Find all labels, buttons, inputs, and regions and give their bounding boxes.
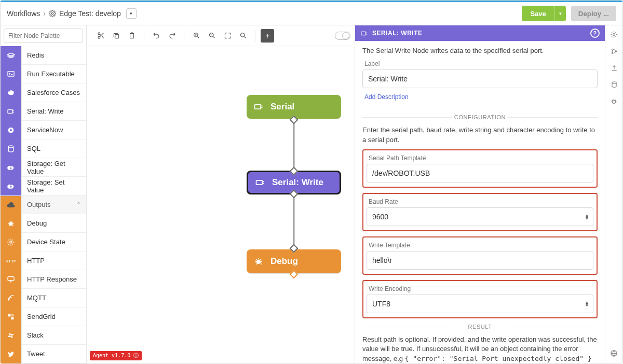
debug-icon — [1, 214, 21, 233]
palette-item-sendgrid[interactable]: SendGrid — [22, 307, 86, 326]
node-serial-write[interactable]: Serial: Write — [247, 171, 341, 194]
run-executable-icon — [1, 65, 21, 83]
palette-item-http-response[interactable]: HTTP Response — [22, 270, 86, 289]
baud-rate-select[interactable] — [367, 207, 593, 226]
cut-button[interactable] — [94, 29, 107, 43]
write-encoding-select[interactable] — [367, 295, 593, 313]
breadcrumb-dropdown[interactable]: ▾ — [126, 8, 137, 19]
node-label: Serial: Write — [272, 177, 323, 188]
device-state-icon — [1, 233, 21, 251]
svg-rect-2 — [8, 110, 12, 114]
debug-tab-icon[interactable] — [610, 97, 618, 105]
palette-item-http[interactable]: HTTP — [22, 251, 86, 270]
snap-toggle[interactable] — [335, 32, 350, 40]
palette-item-storage-get[interactable]: Storage: Get Value — [22, 158, 86, 177]
svg-point-21 — [256, 260, 261, 264]
svg-point-18 — [240, 33, 245, 37]
slack-icon — [1, 326, 21, 345]
svg-point-24 — [612, 49, 613, 50]
baud-rate-label: Baud Rate — [369, 198, 593, 205]
save-dropdown[interactable]: ▾ — [554, 6, 566, 21]
serial-write-icon — [360, 30, 368, 37]
node-serial[interactable]: Serial — [247, 95, 341, 119]
svg-point-28 — [612, 100, 615, 103]
find-button[interactable] — [236, 29, 250, 43]
inspector-description: The Serial Write Node writes data to the… — [362, 46, 598, 56]
configuration-intro: Enter the serial path, baud rate, write … — [362, 125, 598, 145]
globe-tab-icon[interactable] — [610, 349, 618, 357]
serial-write-node-icon — [248, 177, 272, 188]
breadcrumb-separator: › — [43, 9, 46, 18]
node-output-port[interactable] — [290, 270, 299, 279]
redo-button[interactable] — [165, 29, 179, 43]
node-input-port[interactable] — [290, 167, 299, 176]
palette-item-redis[interactable]: Redis — [22, 46, 86, 65]
add-description-link[interactable]: Add Description — [364, 93, 409, 101]
paste-button[interactable] — [125, 29, 139, 43]
write-encoding-label: Write Encoding — [369, 285, 593, 292]
result-intro: Result path is optional. If provided, an… — [362, 335, 598, 363]
node-label: Debug — [270, 256, 298, 267]
node-input-port[interactable] — [290, 244, 299, 253]
palette-item-servicenow[interactable]: ServiceNow — [22, 121, 86, 139]
palette-item-tweet[interactable]: Tweet — [22, 345, 86, 363]
svg-rect-8 — [8, 314, 11, 317]
serial-node-icon — [247, 102, 270, 112]
result-section-title: RESULT — [362, 324, 598, 330]
fit-view-button[interactable] — [221, 29, 234, 43]
settings-tab-icon[interactable] — [610, 31, 618, 38]
palette-section-outputs[interactable]: Outputs ⌃ — [22, 195, 86, 214]
svg-rect-19 — [255, 105, 261, 109]
svg-rect-10 — [11, 314, 14, 317]
help-button[interactable]: ? — [590, 29, 600, 38]
write-template-input[interactable] — [367, 251, 593, 270]
add-node-button[interactable]: ＋ — [261, 29, 274, 43]
inspector-panel: SERIAL: WRITE ? The Serial Write Node wr… — [355, 25, 605, 363]
serial-path-input[interactable] — [367, 164, 593, 183]
deploy-button[interactable]: Deploy ... — [571, 6, 616, 21]
storage-tab-icon[interactable] — [611, 81, 618, 88]
copy-button[interactable] — [110, 29, 123, 43]
cloud-icon — [1, 195, 21, 214]
palette-item-storage-set[interactable]: Storage: Set Value — [22, 177, 86, 195]
zoom-out-button[interactable] — [205, 29, 219, 43]
agent-version-badge[interactable]: Agent v1.7.0 ⓘ — [90, 351, 142, 360]
versions-tab-icon[interactable] — [611, 48, 618, 55]
right-rail — [605, 25, 622, 363]
palette-item-serial-write[interactable]: Serial: Write — [22, 102, 86, 121]
palette-filter-input[interactable] — [4, 29, 83, 43]
undo-button[interactable] — [150, 29, 163, 43]
upload-tab-icon[interactable] — [611, 64, 618, 72]
svg-rect-22 — [361, 32, 366, 35]
canvas[interactable]: Serial Serial: Write Debug Agent v1.7.0 … — [87, 46, 355, 363]
node-debug[interactable]: Debug — [247, 249, 341, 273]
svg-point-25 — [612, 52, 613, 53]
label-input[interactable] — [362, 69, 598, 88]
svg-point-23 — [613, 34, 615, 36]
node-output-port[interactable] — [290, 116, 299, 124]
palette-item-slack[interactable]: Slack — [22, 326, 86, 345]
svg-rect-20 — [256, 180, 263, 185]
palette-item-mqtt[interactable]: MQTT — [22, 289, 86, 307]
palette-item-sql[interactable]: SQL — [22, 139, 86, 158]
palette-item-run-executable[interactable]: Run Executable — [22, 65, 86, 83]
serial-write-icon — [1, 102, 21, 121]
svg-rect-9 — [11, 317, 14, 320]
http-response-icon — [1, 270, 21, 289]
inspector-title: SERIAL: WRITE — [372, 30, 423, 37]
palette-section-label: Outputs — [27, 201, 51, 208]
palette-item-debug[interactable]: Debug — [22, 214, 86, 233]
salesforce-icon — [1, 83, 21, 102]
redis-icon — [1, 46, 21, 65]
palette-item-device-state[interactable]: Device State — [22, 233, 86, 251]
zoom-in-button[interactable] — [189, 29, 203, 43]
debug-node-icon — [247, 256, 270, 267]
node-output-port[interactable] — [290, 190, 299, 199]
save-button[interactable]: Save — [522, 6, 554, 21]
storage-get-icon — [1, 158, 21, 177]
servicenow-icon — [1, 121, 21, 139]
breadcrumb: Workflows › Edge Test: develop ▾ — [7, 8, 522, 19]
palette-item-salesforce[interactable]: Salesforce Cases — [22, 83, 86, 102]
breadcrumb-root[interactable]: Workflows — [7, 9, 40, 18]
storage-set-icon — [1, 177, 21, 195]
